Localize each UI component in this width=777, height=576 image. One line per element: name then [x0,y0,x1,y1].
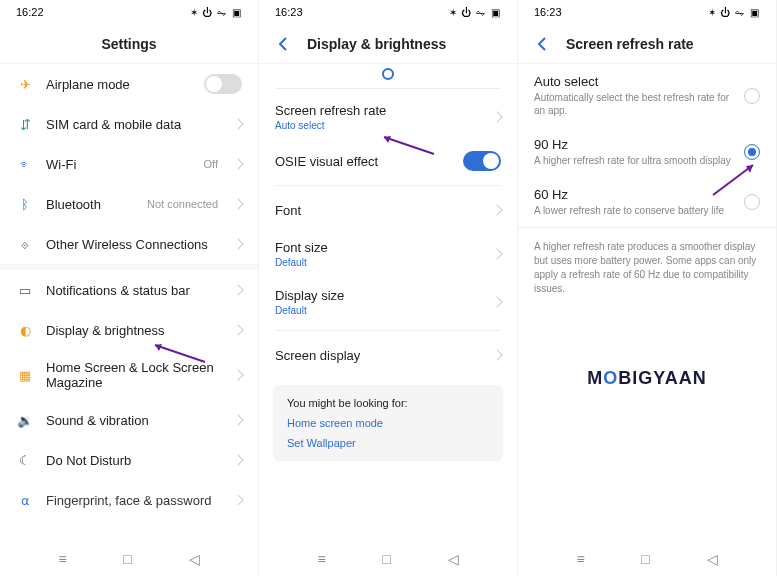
display-size-row[interactable]: Display size Default [259,278,517,326]
page-title: Settings [101,36,156,52]
row-label: Notifications & status bar [46,283,222,298]
row-label: Home Screen & Lock Screen Magazine [46,360,222,390]
status-bar: 16:23 ✶ ⏻ ⏦ ▣ [259,0,517,24]
row-label: Screen display [275,348,481,363]
refresh-rate-note: A higher refresh rate produces a smoothe… [518,227,776,308]
chevron-right-icon [232,414,243,425]
screen-display-row[interactable]: Screen display [259,335,517,375]
settings-item[interactable]: ᛒBluetoothNot connected [0,184,258,224]
chevron-right-icon [491,349,502,360]
chevron-right-icon [232,158,243,169]
settings-item[interactable]: ▦Home Screen & Lock Screen Magazine [0,350,258,400]
settings-item[interactable]: ✈Airplane mode [0,64,258,104]
notif-icon: ▭ [16,281,34,299]
nav-back-icon[interactable]: ◁ [707,551,718,567]
settings-item[interactable]: ⟐Other Wireless Connections [0,224,258,264]
chevron-right-icon [232,454,243,465]
status-icons: ✶ ⏻ ⏦ ▣ [449,7,501,18]
sim-icon: ⇵ [16,115,34,133]
status-icons: ✶ ⏻ ⏦ ▣ [708,7,760,18]
mobigyaan-logo: MOBIGYAAN [518,368,776,389]
header: Screen refresh rate [518,24,776,64]
row-sub: Default [275,305,481,316]
divider [275,88,501,89]
nav-recent-icon[interactable]: ≡ [317,551,325,567]
home-icon: ▦ [16,366,34,384]
nav-back-icon[interactable]: ◁ [448,551,459,567]
font-row[interactable]: Font [259,190,517,230]
row-value: Off [204,158,218,170]
row-label: OSIE visual effect [275,154,451,169]
header: Settings [0,24,258,64]
chevron-right-icon [491,248,502,259]
refresh-rate-option[interactable]: 90 HzA higher refresh rate for ultra smo… [518,127,776,177]
chevron-right-icon [232,369,243,380]
suggestion-link-set-wallpaper[interactable]: Set Wallpaper [287,437,489,449]
dnd-icon: ☾ [16,451,34,469]
chevron-right-icon [491,296,502,307]
settings-item[interactable]: ᯤWi-FiOff [0,144,258,184]
bt-icon: ᛒ [16,195,34,213]
status-time: 16:22 [16,6,44,18]
status-bar: 16:23 ✶ ⏻ ⏦ ▣ [518,0,776,24]
bright-icon: ◐ [16,321,34,339]
row-label: Sound & vibration [46,413,222,428]
nav-home-icon[interactable]: □ [641,551,649,567]
refresh-rate-screen: 16:23 ✶ ⏻ ⏦ ▣ Screen refresh rate Auto s… [518,0,777,576]
nav-bar: ≡ □ ◁ [518,542,776,576]
row-label: Wi-Fi [46,157,192,172]
row-label: Other Wireless Connections [46,237,222,252]
back-arrow-icon[interactable] [534,35,552,53]
row-label: Display size [275,288,481,303]
settings-item[interactable]: ⇵SIM card & mobile data [0,104,258,144]
row-label: Bluetooth [46,197,135,212]
chevron-right-icon [232,118,243,129]
settings-item[interactable]: 🔉Sound & vibration [0,400,258,440]
suggestion-link-home-screen-mode[interactable]: Home screen mode [287,417,489,429]
radio-button[interactable] [744,194,760,210]
font-size-row[interactable]: Font size Default [259,230,517,278]
status-icons: ✶ ⏻ ⏦ ▣ [190,7,242,18]
settings-item[interactable]: ☾Do Not Disturb [0,440,258,480]
status-bar: 16:22 ✶ ⏻ ⏦ ▣ [0,0,258,24]
display-list: Screen refresh rate Auto select OSIE vis… [259,64,517,542]
option-desc: Automatically select the best refresh ra… [534,91,732,117]
osie-visual-effect-row[interactable]: OSIE visual effect [259,141,517,181]
refresh-rate-option[interactable]: Auto selectAutomatically select the best… [518,64,776,127]
airplane-icon: ✈ [16,75,34,93]
toggle[interactable] [204,74,242,94]
option-desc: A lower refresh rate to conserve battery… [534,204,732,217]
chevron-right-icon [232,494,243,505]
chevron-right-icon [232,238,243,249]
radio-button[interactable] [744,144,760,160]
osie-toggle[interactable] [463,151,501,171]
header: Display & brightness [259,24,517,64]
chevron-right-icon [232,198,243,209]
divider [275,330,501,331]
option-label: Auto select [534,74,732,89]
chevron-right-icon [232,324,243,335]
row-value: Not connected [147,198,218,210]
settings-item[interactable]: ▭Notifications & status bar [0,270,258,310]
status-time: 16:23 [275,6,303,18]
nav-home-icon[interactable]: □ [382,551,390,567]
back-arrow-icon[interactable] [275,35,293,53]
row-label: Airplane mode [46,77,192,92]
nav-back-icon[interactable]: ◁ [189,551,200,567]
chevron-right-icon [232,284,243,295]
option-desc: A higher refresh rate for ultra smooth d… [534,154,732,167]
nav-recent-icon[interactable]: ≡ [58,551,66,567]
radio-button[interactable] [744,88,760,104]
status-time: 16:23 [534,6,562,18]
refresh-rate-options: Auto selectAutomatically select the best… [518,64,776,542]
settings-item[interactable]: ⍺Fingerprint, face & password [0,480,258,520]
wifi-icon: ᯤ [16,155,34,173]
settings-item[interactable]: ◐Display & brightness [0,310,258,350]
screen-refresh-rate-row[interactable]: Screen refresh rate Auto select [259,93,517,141]
finger-icon: ⍺ [16,491,34,509]
nav-home-icon[interactable]: □ [123,551,131,567]
row-label: SIM card & mobile data [46,117,222,132]
nav-recent-icon[interactable]: ≡ [576,551,584,567]
brightness-slider-thumb[interactable] [382,68,394,80]
refresh-rate-option[interactable]: 60 HzA lower refresh rate to conserve ba… [518,177,776,227]
